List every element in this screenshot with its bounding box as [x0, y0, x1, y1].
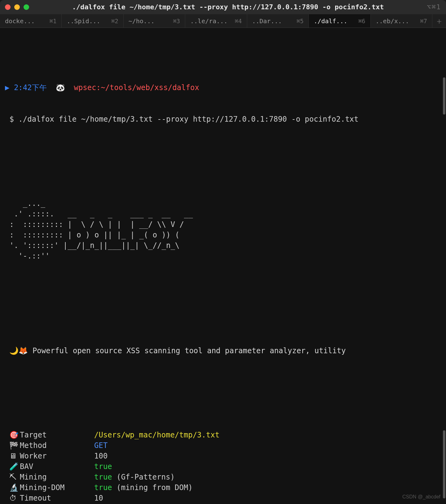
titlebar: ./dalfox file ~/home/tmp/3.txt --proxy h…: [0, 0, 446, 14]
tab-label: ..le/ra...: [190, 16, 227, 26]
info-label: Method: [20, 440, 94, 451]
prompt-host-icon: 🐼: [56, 83, 65, 92]
banner-line: '. '::::::' |__/|_n_||___||_| \_//_n_\: [5, 240, 441, 251]
close-icon[interactable]: [5, 4, 11, 10]
tagline: 🌙🦊 Powerful open source XSS scanning too…: [5, 335, 441, 356]
scrollbar-thumb[interactable]: [443, 430, 445, 498]
tab-0[interactable]: docke...⌘1: [0, 14, 62, 28]
tab-5[interactable]: ./dalf...⌘6: [309, 14, 370, 28]
window-title: ./dalfox file ~/home/tmp/3.txt --proxy h…: [29, 2, 427, 12]
info-value: 100: [94, 451, 107, 461]
info-icon: 🔬: [5, 482, 20, 493]
tabbar: docke...⌘1..Spid...⌘2~/ho...⌘3..le/ra...…: [0, 14, 446, 28]
tab-shortcut: ⌘2: [111, 16, 118, 26]
tab-shortcut: ⌘4: [235, 16, 242, 26]
tab-label: docke...: [5, 16, 35, 26]
info-label: Timeout: [20, 493, 94, 503]
minimize-icon[interactable]: [14, 4, 20, 10]
info-value: true: [94, 461, 112, 472]
maximize-icon[interactable]: [24, 4, 29, 10]
info-row: 🎯Target/Users/wp_mac/home/tmp/3.txt: [5, 430, 441, 440]
tab-shortcut: ⌘3: [173, 16, 180, 26]
info-icon: ⏱: [5, 493, 20, 503]
tab-shortcut: ⌘6: [358, 16, 365, 26]
info-value: true (mining from DOM): [94, 482, 193, 493]
info-row: 🔬Mining-DOMtrue (mining from DOM): [5, 482, 441, 493]
tab-label: ./dalf...: [314, 16, 347, 26]
tab-2[interactable]: ~/ho...⌘3: [124, 14, 185, 28]
tab-shortcut: ⌘5: [296, 16, 304, 26]
info-icon: 🧪: [5, 461, 20, 472]
scan-info-table: 🎯Target/Users/wp_mac/home/tmp/3.txt 🏁Met…: [5, 430, 441, 504]
info-label: Target: [20, 430, 94, 440]
info-icon: 🖥: [5, 451, 20, 461]
prompt-caret-icon: ▶: [5, 83, 9, 92]
banner-line: .' .::::. __ _ _ ___ _ __ __: [5, 209, 441, 219]
terminal-output[interactable]: ▶ 2:42下午 🐼 wpsec:~/tools/web/xss/dalfox …: [0, 28, 446, 504]
info-label: Worker: [20, 451, 94, 461]
watermark: CSDN @_abcdef: [402, 492, 440, 502]
info-label: BAV: [20, 461, 94, 472]
tab-shortcut: ⌘7: [420, 16, 427, 26]
info-value: 10: [94, 493, 103, 503]
scrollbar-thumb[interactable]: [443, 77, 445, 115]
info-icon: 🎯: [5, 430, 20, 440]
banner-line: : ::::::::: | o ) o || |_ | _( o )) (: [5, 230, 441, 240]
info-row: ⏱Timeout10: [5, 493, 441, 503]
prompt-line: ▶ 2:42下午 🐼 wpsec:~/tools/web/xss/dalfox: [5, 72, 441, 93]
tab-label: ..eb/x...: [376, 16, 409, 26]
info-label: Mining-DOM: [20, 482, 94, 493]
prompt-host: wpsec:~/tools/web/xss/dalfox: [74, 83, 199, 92]
tab-4[interactable]: ..Dar...⌘5: [247, 14, 309, 28]
add-tab-button[interactable]: ＋: [432, 14, 446, 28]
ascii-banner: _..._ .' .::::. __ _ _ ___ _ __ __ : :::…: [5, 198, 441, 261]
tab-label: ..Spid...: [67, 16, 100, 26]
tab-6[interactable]: ..eb/x...⌘7: [371, 14, 432, 28]
tab-label: ..Dar...: [252, 16, 282, 26]
banner-line: '-.::'': [5, 251, 441, 261]
info-label: Mining: [20, 472, 94, 482]
prompt-time: 2:42下午: [14, 83, 47, 92]
window-controls: [5, 4, 29, 10]
tagline-text: Powerful open source XSS scanning tool a…: [33, 346, 346, 355]
command-text: ./dalfox file ~/home/tmp/3.txt --proxy h…: [18, 115, 358, 124]
info-row: 🧪BAVtrue: [5, 461, 441, 472]
info-value: /Users/wp_mac/home/tmp/3.txt: [94, 430, 220, 440]
info-icon: ⛏: [5, 472, 20, 482]
info-row: 🏁MethodGET: [5, 440, 441, 451]
info-row: ⛏Miningtrue (Gf-Patterns): [5, 472, 441, 482]
banner-line: _..._: [5, 198, 441, 209]
tagline-emoji: 🌙🦊: [9, 346, 28, 355]
banner-line: : ::::::::: | \ / \ | | | __/ \\ V /: [5, 219, 441, 230]
terminal-scrollbar[interactable]: [443, 59, 445, 504]
tab-1[interactable]: ..Spid...⌘2: [62, 14, 123, 28]
window-shortcut: ⌥⌘1: [427, 2, 441, 12]
tab-3[interactable]: ..le/ra...⌘4: [185, 14, 247, 28]
info-value: GET: [94, 440, 107, 451]
info-row: 🖥Worker100: [5, 451, 441, 461]
info-value: true (Gf-Patterns): [94, 472, 175, 482]
info-icon: 🏁: [5, 440, 20, 451]
tab-label: ~/ho...: [129, 16, 155, 26]
tab-shortcut: ⌘1: [50, 16, 57, 26]
command-line: $ ./dalfox file ~/home/tmp/3.txt --proxy…: [5, 114, 441, 124]
